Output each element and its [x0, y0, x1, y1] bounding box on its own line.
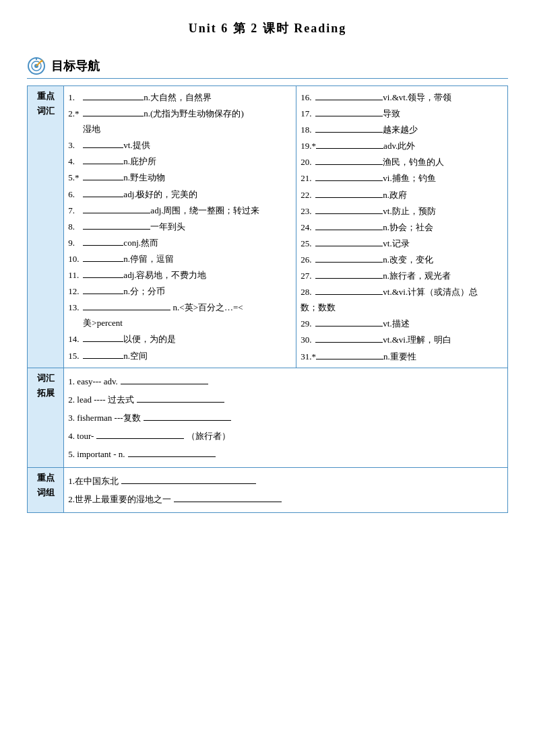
vocab-item-31: 31.* n.重要性: [301, 349, 503, 364]
vocab-item-5: 5.* n.野生动物: [68, 170, 292, 185]
phrase-item-2: 2.世界上最重要的湿地之一: [68, 491, 503, 507]
vocab-item-17: 17. 导致: [301, 106, 503, 121]
vocab-item-12: 12. n.分；分币: [68, 283, 292, 299]
vocab-item-26: 26. n.改变，变化: [301, 252, 503, 267]
right-vocab-cell: 16. vi.&vt.领导，带领 17. 导致 18. 越来越少 19.* ad…: [296, 86, 508, 368]
vocab-item-2: 2.* n.(尤指为野生动物保存的): [68, 106, 292, 121]
expansion-cell: 1. easy--- adv. 2. lead ---- 过去式 3. fish…: [64, 368, 508, 467]
vocab-item-14: 14. 以便，为的是: [68, 331, 292, 347]
expansion-item-1: 1. easy--- adv.: [68, 374, 503, 389]
vocab-item-19: 19.* adv.此外: [301, 138, 503, 153]
vocab-item-20: 20. 渔民，钓鱼的人: [301, 154, 503, 170]
page-title: Unit 6 第 2 课时 Reading: [27, 20, 508, 36]
expansion-item-2: 2. lead ---- 过去式: [68, 392, 503, 407]
vocab-item-28: 28. vt.&vi.计算（或清点）总: [301, 284, 503, 300]
label-zhongdian-cizu: 重点词组: [28, 468, 64, 513]
target-icon: [27, 57, 46, 75]
expansion-item-3: 3. fisherman ---复数: [68, 410, 503, 425]
vocab-item-24: 24. n.协会；社会: [301, 219, 503, 235]
vocab-item-7: 7. adj.周围，绕一整圈；转过来: [68, 203, 292, 218]
vocab-item-27: 27. n.旅行者，观光者: [301, 268, 503, 283]
vocab-item-16: 16. vi.&vt.领导，带领: [301, 90, 503, 105]
section-title: 目标导航: [51, 58, 100, 74]
left-vocab-cell: 1. n.大自然，自然界 2.* n.(尤指为野生动物保存的) 湿地 3. vt…: [64, 86, 296, 368]
section-header: 目标导航: [27, 57, 508, 79]
vocab-item-13: 13. n.<英>百分之…=<: [68, 300, 292, 315]
vocab-item-9: 9. conj.然而: [68, 235, 292, 250]
vocab-item-4: 4. n.庇护所: [68, 153, 292, 169]
expansion-item-4: 4. tour- （旅行者）: [68, 428, 503, 444]
vocab-item-22: 22. n.政府: [301, 187, 503, 203]
vocab-item-29: 29. vt.描述: [301, 316, 503, 331]
vocab-item-18: 18. 越来越少: [301, 122, 503, 137]
label-cihui-tuozhan: 词汇拓展: [28, 368, 64, 467]
vocab-item-8: 8. 一年到头: [68, 219, 292, 234]
phrase-item-1: 1.在中国东北: [68, 473, 503, 489]
expansion-item-5: 5. important - n.: [68, 446, 503, 462]
expansion-row: 词汇拓展 1. easy--- adv. 2. lead ---- 过去式 3.…: [28, 368, 508, 467]
vocab-item-11: 11. adj.容易地，不费力地: [68, 267, 292, 283]
vocab-item-21: 21. vi.捕鱼；钓鱼: [301, 170, 503, 186]
vocab-item-23: 23. vt.防止，预防: [301, 203, 503, 219]
vocab-item-10: 10. n.停留，逗留: [68, 251, 292, 267]
vocab-item-6: 6. adj.极好的，完美的: [68, 186, 292, 202]
vocab-item-3: 3. vt.提供: [68, 137, 292, 153]
main-table: 重点词汇 1. n.大自然，自然界 2.* n.(尤指为野生动物保存的) 湿地 …: [27, 85, 508, 513]
vocab-row: 重点词汇 1. n.大自然，自然界 2.* n.(尤指为野生动物保存的) 湿地 …: [28, 86, 508, 368]
vocab-item-25: 25. vt.记录: [301, 236, 503, 251]
vocab-item-30: 30. vt.&vi.理解，明白: [301, 332, 503, 347]
phrases-row: 重点词组 1.在中国东北 2.世界上最重要的湿地之一: [28, 468, 508, 513]
label-zhongdian-cihui: 重点词汇: [28, 86, 64, 368]
vocab-item-1: 1. n.大自然，自然界: [68, 90, 292, 105]
vocab-item-15: 15. n.空间: [68, 348, 292, 364]
phrases-cell: 1.在中国东北 2.世界上最重要的湿地之一: [64, 468, 508, 513]
